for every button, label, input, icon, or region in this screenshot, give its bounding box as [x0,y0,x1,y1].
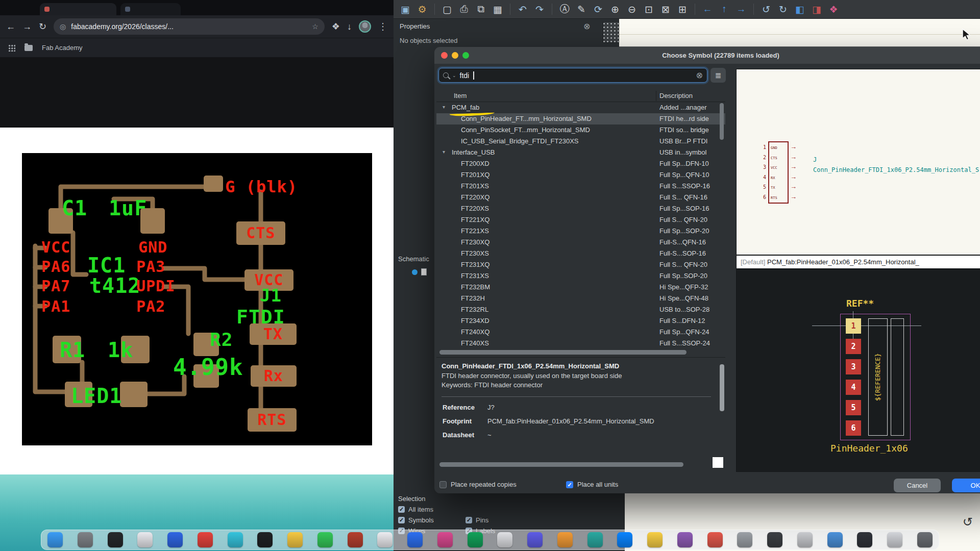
zoom-out-icon[interactable]: ⊖ [625,4,639,15]
sheet-thumbnail[interactable] [421,268,427,276]
zoom-window-icon[interactable] [462,52,469,59]
sheet-icon[interactable]: ▢ [440,4,454,15]
expand-arrow-icon[interactable]: ▾ [443,104,445,110]
dock-app-icon[interactable] [348,532,363,547]
nav-forward-icon[interactable]: → [734,4,748,15]
dock-app-icon[interactable] [857,532,872,547]
dock-app-icon[interactable] [377,532,393,547]
dock-app-icon[interactable] [647,532,663,547]
checkbox-unchecked[interactable] [439,481,447,488]
grid-settings-button[interactable] [603,21,619,43]
selection-filter[interactable]: ✓All items [398,506,465,513]
dock-app-icon[interactable] [497,532,512,547]
minimize-window-icon[interactable] [452,52,458,59]
dock-app-icon[interactable] [47,532,63,547]
rotate-cw-icon[interactable]: ↻ [776,4,790,15]
zoom-fit-icon[interactable]: ⊡ [642,4,655,15]
refresh-icon[interactable]: ⟳ [592,4,605,15]
column-item[interactable]: Item [454,92,467,99]
rotate-ccw-icon[interactable]: ↺ [760,4,773,15]
dock-app-icon[interactable] [797,532,813,547]
undo-icon[interactable]: ↶ [516,4,529,15]
dock-app-icon[interactable] [437,532,453,547]
dock-app-icon[interactable] [228,532,243,547]
symbol-library-row[interactable]: ▾Interface_USBUSB in...symbol [436,147,725,158]
schematic-panel-label[interactable]: Schematic [398,255,429,263]
nav-back-icon[interactable]: ← [701,4,714,15]
zoom-selection-icon[interactable]: ⊞ [676,4,689,15]
info-vertical-scrollbar[interactable] [720,364,724,411]
symbol-item-row[interactable]: FT220XQFull S... QFN-16 [436,192,725,203]
dock-app-icon[interactable] [317,532,333,547]
browser-tab[interactable] [40,3,116,15]
settings-icon[interactable]: ⚙ [415,4,429,15]
symbol-item-row[interactable]: FT234XDFull S...DFN-12 [436,315,725,327]
close-panel-icon[interactable]: ⊗ [583,21,590,31]
find-icon[interactable]: Ⓐ [558,3,571,16]
dock-app-icon[interactable] [407,532,423,547]
print-icon[interactable]: ⎙ [457,4,471,15]
column-description[interactable]: Description [659,92,693,99]
redo-icon[interactable]: ↷ [533,4,546,15]
bookmark-folder-label[interactable]: Fab Academy [42,44,83,52]
menu-icon[interactable]: ⋮ [378,22,387,31]
url-text[interactable]: fabacademy.org/2026/classes/... [71,22,307,31]
zoom-in-icon[interactable]: ⊕ [608,4,622,15]
symbol-item-row[interactable]: FT231XSFull Sp..SOP-20 [436,270,725,282]
footprint-select[interactable]: [Default] PCM_fab:PinHeader_01x06_P2.54m… [736,255,980,269]
schematic-canvas-top[interactable] [619,19,980,47]
dock-app-icon[interactable] [827,532,843,547]
export-icon[interactable]: ❖ [827,4,840,15]
mirror-v-icon[interactable]: ◨ [810,4,823,15]
reload-icon[interactable]: ↻ [39,22,46,31]
dock-app-icon[interactable] [167,532,183,547]
checkbox-checked[interactable]: ✓ [398,506,405,513]
dock-app-icon[interactable] [78,532,93,547]
downloads-icon[interactable]: ↓ [347,22,352,31]
selection-filter[interactable]: ✓Pins [465,516,533,524]
close-window-icon[interactable] [441,52,448,59]
dock-app-icon[interactable] [108,532,123,547]
dock-app-icon[interactable] [468,532,483,547]
dock-app-icon[interactable] [767,532,782,547]
place-repeated-copies-checkbox[interactable]: Place repeated copies [439,481,517,488]
browser-tab[interactable] [120,3,181,15]
find-replace-icon[interactable]: ✎ [575,4,588,15]
clear-search-icon[interactable]: ⊗ [696,70,703,80]
apps-grid-icon[interactable] [8,44,15,52]
recent-searches-button[interactable]: ≣ [710,68,726,83]
info-horizontal-scrollbar[interactable] [439,462,683,467]
symbol-item-row[interactable]: FT221XQFull S... QFN-20 [436,214,725,226]
mirror-h-icon[interactable]: ◧ [793,4,806,15]
ok-button[interactable]: OK [952,479,980,492]
cancel-button[interactable]: Cancel [894,479,941,492]
symbol-item-row[interactable]: FT201XQFull Sp...QFN-10 [436,169,725,181]
symbol-item-row[interactable]: FT232HHi Spe...QFN-48 [436,293,725,304]
nav-up-icon[interactable]: ↑ [718,4,731,15]
symbol-item-row[interactable]: FT231XQFull S... QFN-20 [436,259,725,270]
dock-app-icon[interactable] [557,532,573,547]
dock-app-icon[interactable] [257,532,273,547]
dock-app-icon[interactable] [887,532,902,547]
tree-horizontal-scrollbar[interactable] [439,350,687,355]
symbol-item-row[interactable]: FT201XSFull S...SSOP-16 [436,181,725,192]
symbol-item-row[interactable]: IC_USB_Serial_Bridge_FTDI_FT230XSUSB Br.… [436,136,725,147]
save-icon[interactable]: ▣ [399,4,412,15]
symbol-item-row[interactable]: FT200XDFull Sp...DFN-10 [436,158,725,169]
profile-avatar[interactable] [359,20,371,33]
checkbox-checked[interactable]: ✓ [465,517,472,523]
forward-icon[interactable]: → [22,22,32,31]
dock-app-icon[interactable] [527,532,543,547]
symbol-search-input[interactable]: ⌄ ftdi ⊗ [438,68,707,83]
dock-app-icon[interactable] [287,532,303,547]
symbol-item-row[interactable]: Conn_PinSocket_FT...mm_Horizontal_SMDFTD… [436,124,725,136]
extensions-icon[interactable]: ❖ [332,22,340,31]
place-all-units-checkbox[interactable]: ✓ Place all units [566,481,618,488]
checkbox-checked[interactable]: ✓ [398,517,405,523]
column-divider[interactable] [656,91,656,101]
dock-app-icon[interactable] [617,532,632,547]
symbol-item-row[interactable]: FT240XQFull Sp...QFN-24 [436,327,725,338]
paste-icon[interactable]: ▦ [491,4,504,15]
selection-filter[interactable]: ✓Symbols [398,516,465,524]
dock-app-icon[interactable] [677,532,693,547]
